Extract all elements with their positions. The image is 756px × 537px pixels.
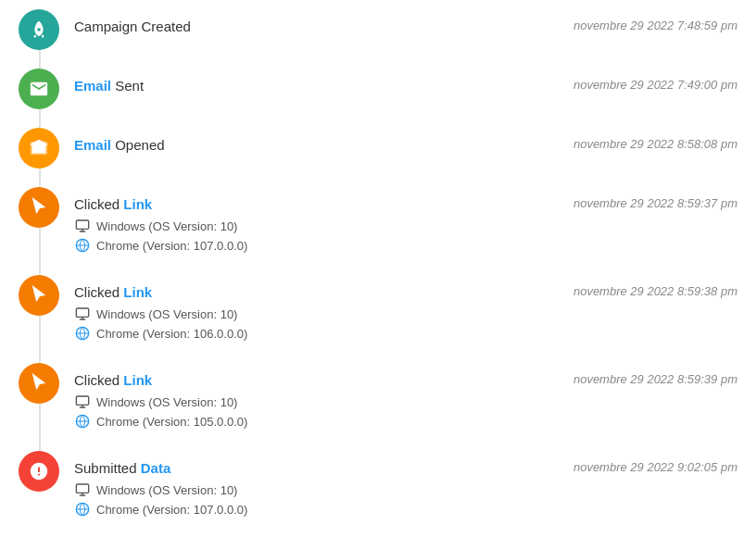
globe-icon: [74, 237, 91, 254]
item-content: Email Sentnovembre 29 2022 7:49:00 pm: [74, 69, 737, 94]
globe-icon: [74, 501, 91, 518]
timeline-item-clicked-link-1: Clicked Linknovembre 29 2022 8:59:37 pmW…: [19, 187, 737, 275]
detail-text: Chrome (Version: 107.0.0.0): [96, 239, 247, 253]
exclamation-icon: [19, 451, 59, 492]
cursor-icon: [19, 363, 59, 404]
detail-text: Chrome (Version: 107.0.0.0): [96, 503, 247, 517]
item-title: Email Sent: [74, 78, 144, 94]
item-timestamp: novembre 29 2022 7:48:59 pm: [573, 19, 737, 32]
detail-text: Windows (OS Version: 10): [96, 483, 237, 497]
timeline-item-clicked-link-2: Clicked Linknovembre 29 2022 8:59:38 pmW…: [19, 275, 737, 363]
item-details: Windows (OS Version: 10)Chrome (Version:…: [74, 306, 737, 342]
title-highlight: Data: [141, 460, 171, 476]
svg-rect-0: [76, 220, 88, 229]
item-content: Clicked Linknovembre 29 2022 8:59:38 pmW…: [74, 275, 737, 344]
item-title: Clicked Link: [74, 372, 152, 388]
detail-row: Windows (OS Version: 10): [74, 306, 737, 322]
item-timestamp: novembre 29 2022 9:02:05 pm: [573, 460, 737, 474]
monitor-icon: [74, 218, 91, 234]
item-content: Clicked Linknovembre 29 2022 8:59:37 pmW…: [74, 187, 737, 256]
item-title: Submitted Data: [74, 460, 170, 476]
timeline-item-submitted-data: Submitted Datanovembre 29 2022 9:02:05 p…: [19, 451, 737, 520]
item-timestamp: novembre 29 2022 8:59:38 pm: [573, 284, 737, 298]
detail-row: Windows (OS Version: 10): [74, 481, 737, 498]
detail-row: Windows (OS Version: 10): [74, 218, 737, 234]
detail-row: Chrome (Version: 107.0.0.0): [74, 237, 737, 254]
item-content: Campaign Creatednovembre 29 2022 7:48:59…: [74, 9, 737, 34]
timeline-item-email-opened: Email Openednovembre 29 2022 8:58:08 pm: [19, 128, 737, 187]
item-timestamp: novembre 29 2022 8:58:08 pm: [573, 137, 737, 151]
detail-text: Windows (OS Version: 10): [96, 395, 237, 409]
detail-row: Chrome (Version: 106.0.0.0): [74, 325, 737, 342]
svg-rect-2: [76, 308, 88, 317]
monitor-icon: [74, 393, 91, 410]
item-content: Email Openednovembre 29 2022 8:58:08 pm: [74, 128, 737, 153]
globe-icon: [74, 413, 91, 430]
globe-icon: [74, 325, 91, 342]
detail-row: Chrome (Version: 107.0.0.0): [74, 501, 737, 518]
item-header: Clicked Linknovembre 29 2022 8:59:38 pm: [74, 284, 737, 300]
item-details: Windows (OS Version: 10)Chrome (Version:…: [74, 218, 737, 254]
item-details: Windows (OS Version: 10)Chrome (Version:…: [74, 481, 737, 518]
item-title: Email Opened: [74, 137, 165, 153]
item-timestamp: novembre 29 2022 8:59:37 pm: [573, 196, 737, 210]
item-title: Campaign Created: [74, 19, 191, 34]
item-timestamp: novembre 29 2022 7:49:00 pm: [573, 78, 737, 92]
detail-row: Chrome (Version: 105.0.0.0): [74, 413, 737, 430]
timeline: Campaign Creatednovembre 29 2022 7:48:59…: [0, 0, 756, 530]
svg-rect-6: [76, 484, 88, 493]
timeline-item-email-sent: Email Sentnovembre 29 2022 7:49:00 pm: [19, 69, 737, 128]
item-details: Windows (OS Version: 10)Chrome (Version:…: [74, 393, 737, 430]
rocket-icon: [19, 9, 59, 50]
detail-text: Chrome (Version: 105.0.0.0): [96, 415, 247, 429]
item-header: Submitted Datanovembre 29 2022 9:02:05 p…: [74, 460, 737, 476]
title-highlight: Link: [123, 372, 152, 388]
email-open-icon: [19, 128, 59, 169]
svg-rect-4: [76, 396, 88, 405]
item-timestamp: novembre 29 2022 8:59:39 pm: [573, 372, 737, 386]
timeline-item-campaign-created: Campaign Creatednovembre 29 2022 7:48:59…: [19, 9, 737, 69]
item-header: Clicked Linknovembre 29 2022 8:59:37 pm: [74, 196, 737, 212]
item-title: Clicked Link: [74, 196, 152, 212]
title-highlight: Email: [74, 78, 111, 94]
monitor-icon: [74, 481, 91, 498]
item-header: Campaign Creatednovembre 29 2022 7:48:59…: [74, 19, 737, 34]
email-icon: [19, 69, 59, 109]
cursor-icon: [19, 187, 59, 228]
monitor-icon: [74, 306, 91, 322]
item-header: Email Sentnovembre 29 2022 7:49:00 pm: [74, 78, 737, 94]
item-content: Submitted Datanovembre 29 2022 9:02:05 p…: [74, 451, 737, 520]
detail-text: Chrome (Version: 106.0.0.0): [96, 327, 247, 341]
item-title: Clicked Link: [74, 284, 152, 300]
item-header: Email Openednovembre 29 2022 8:58:08 pm: [74, 137, 737, 153]
detail-text: Windows (OS Version: 10): [96, 219, 237, 233]
item-header: Clicked Linknovembre 29 2022 8:59:39 pm: [74, 372, 737, 388]
detail-row: Windows (OS Version: 10): [74, 393, 737, 410]
item-content: Clicked Linknovembre 29 2022 8:59:39 pmW…: [74, 363, 737, 432]
timeline-item-clicked-link-3: Clicked Linknovembre 29 2022 8:59:39 pmW…: [19, 363, 737, 451]
title-highlight: Link: [123, 196, 152, 212]
title-highlight: Email: [74, 137, 111, 153]
cursor-icon: [19, 275, 59, 316]
title-highlight: Link: [123, 284, 152, 300]
detail-text: Windows (OS Version: 10): [96, 307, 237, 321]
